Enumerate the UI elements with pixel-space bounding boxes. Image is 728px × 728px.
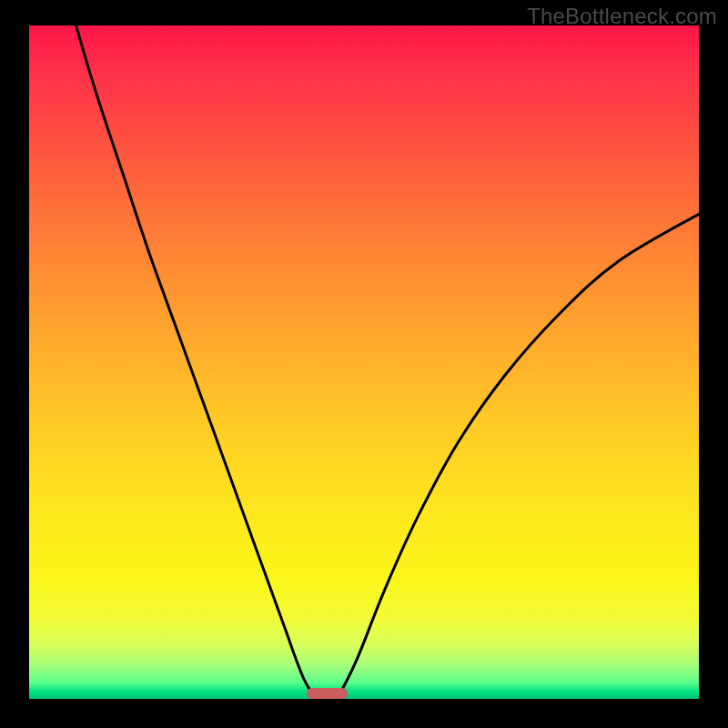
plot-area — [29, 25, 699, 699]
chart-container: TheBottleneck.com — [0, 0, 728, 728]
optimum-marker — [307, 688, 347, 699]
bottleneck-curve — [29, 25, 699, 699]
curve-left-branch — [76, 25, 318, 699]
curve-right-branch — [338, 214, 699, 699]
